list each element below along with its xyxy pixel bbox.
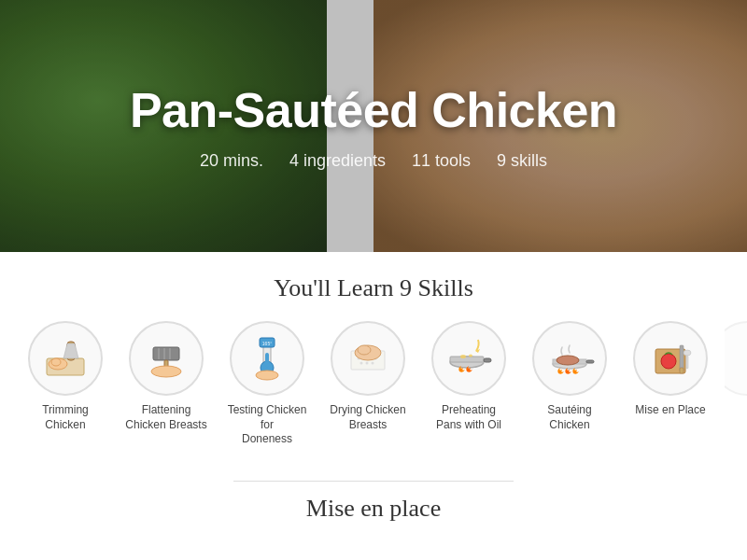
skills-heading: You'll Learn 9 Skills xyxy=(0,274,747,302)
skill-icon-trimming xyxy=(28,321,103,396)
skill-item-mise[interactable]: Mise en Place xyxy=(624,321,717,418)
skill-label-drying: Drying ChickenBreasts xyxy=(330,403,405,432)
svg-point-22 xyxy=(360,362,363,365)
skill-label-sauteing: SautéingChicken xyxy=(547,403,591,432)
skill-icon-sauteing xyxy=(532,321,607,396)
hero-time: 20 mins. xyxy=(200,151,263,171)
skill-label-mise: Mise en Place xyxy=(635,403,705,418)
skill-label-preheating: PreheatingPans with Oil xyxy=(436,403,501,432)
skill-item-sauteing[interactable]: SautéingChicken xyxy=(523,321,616,432)
svg-point-40 xyxy=(684,350,691,356)
page-title: Pan-Sautéed Chicken xyxy=(130,82,617,138)
skill-icon-preheating xyxy=(431,321,506,396)
svg-point-10 xyxy=(151,366,181,377)
svg-point-31 xyxy=(469,355,472,357)
hero-tools: 11 tools xyxy=(412,151,471,171)
svg-point-16 xyxy=(256,371,278,380)
skills-section: You'll Learn 9 Skills TrimmingChicken xyxy=(0,252,747,462)
skill-item-testing[interactable]: 165° Testing Chicken forDoneness xyxy=(220,321,314,447)
skill-label-testing: Testing Chicken forDoneness xyxy=(220,403,314,447)
skill-icon-flattening xyxy=(129,321,204,396)
svg-rect-39 xyxy=(680,368,684,373)
svg-rect-29 xyxy=(484,358,491,362)
svg-point-23 xyxy=(366,362,369,365)
svg-point-24 xyxy=(372,362,374,365)
hero-skills: 9 skills xyxy=(497,151,547,171)
svg-rect-13 xyxy=(265,353,269,368)
hero-section: Pan-Sautéed Chicken 20 mins. 4 ingredien… xyxy=(0,0,747,252)
skill-item-trimming[interactable]: TrimmingChicken xyxy=(19,321,112,432)
skill-label-flattening: FlatteningChicken Breasts xyxy=(125,403,206,432)
skill-icon-drying xyxy=(331,321,405,396)
skill-icon-mise xyxy=(633,321,708,396)
skill-label-trimming: TrimmingChicken xyxy=(42,403,89,432)
svg-point-42 xyxy=(661,354,676,369)
mise-heading: Mise en place xyxy=(28,495,719,523)
skill-item-preheating[interactable]: PreheatingPans with Oil xyxy=(422,321,515,432)
svg-rect-35 xyxy=(586,360,594,363)
hero-meta: 20 mins. 4 ingredients 11 tools 9 skills xyxy=(130,151,617,171)
svg-rect-28 xyxy=(450,357,484,362)
skill-item-partial[interactable] xyxy=(725,321,747,403)
svg-text:165°: 165° xyxy=(262,341,272,346)
svg-point-26 xyxy=(358,345,371,355)
skills-row: TrimmingChicken FlatteningChicken Br xyxy=(0,321,747,447)
svg-point-36 xyxy=(557,356,579,365)
hero-ingredients: 4 ingredients xyxy=(289,151,386,171)
skill-item-drying[interactable]: Drying ChickenBreasts xyxy=(321,321,415,432)
svg-rect-41 xyxy=(686,356,688,369)
svg-point-30 xyxy=(460,355,466,358)
skill-icon-partial xyxy=(725,321,747,396)
section-divider xyxy=(233,481,514,482)
svg-marker-2 xyxy=(63,343,78,358)
skill-item-flattening[interactable]: FlatteningChicken Breasts xyxy=(120,321,213,432)
svg-rect-5 xyxy=(153,347,179,360)
hero-content: Pan-Sautéed Chicken 20 mins. 4 ingredien… xyxy=(130,82,617,171)
skill-icon-testing: 165° xyxy=(230,321,304,396)
mise-en-place-section: Mise en place xyxy=(0,481,747,523)
svg-point-4 xyxy=(51,358,61,366)
